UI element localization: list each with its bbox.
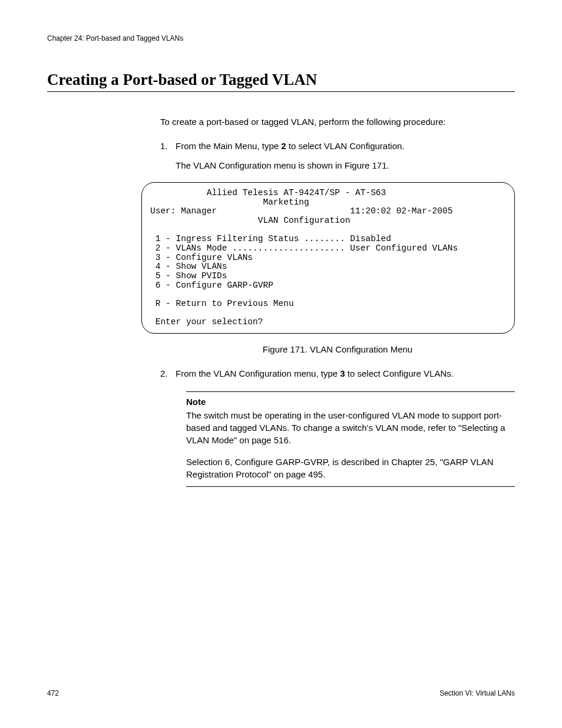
page: Chapter 24: Port-based and Tagged VLANs … [0, 0, 562, 728]
page-number: 472 [47, 689, 59, 697]
step-text-pre: From the VLAN Configuration menu, type [176, 368, 340, 378]
step-body: From the Main Menu, type 2 to select VLA… [176, 140, 515, 152]
step-text-bold: 2 [281, 141, 286, 151]
terminal-output: Allied Telesis AT-9424T/SP - AT-S63 Mark… [150, 189, 506, 327]
step-number: 1. [160, 140, 176, 152]
figure-caption: Figure 171. VLAN Configuration Menu [160, 344, 515, 354]
chapter-header: Chapter 24: Port-based and Tagged VLANs [47, 34, 515, 42]
step-text-post: to select VLAN Configuration. [286, 141, 405, 151]
section-title: Creating a Port-based or Tagged VLAN [47, 71, 515, 92]
step-2: 2. From the VLAN Configuration menu, typ… [160, 367, 515, 380]
step-1: 1. From the Main Menu, type 2 to select … [160, 140, 515, 152]
step-body: From the VLAN Configuration menu, type 3… [176, 367, 515, 380]
note-title: Note [186, 396, 515, 408]
note-paragraph-1: The switch must be operating in the user… [186, 409, 515, 446]
intro-text: To create a port-based or tagged VLAN, p… [160, 117, 515, 127]
note-paragraph-2: Selection 6, Configure GARP-GVRP, is des… [186, 456, 515, 480]
step-1-sub: The VLAN Configuration menu is shown in … [176, 160, 515, 170]
terminal-box: Allied Telesis AT-9424T/SP - AT-S63 Mark… [141, 182, 515, 334]
step-number: 2. [160, 367, 176, 380]
step-text-post: to select Configure VLANs. [345, 368, 454, 378]
content-area: To create a port-based or tagged VLAN, p… [160, 117, 515, 487]
step-text-bold: 3 [340, 368, 345, 378]
section-label: Section VI: Virtual LANs [439, 689, 515, 697]
step-text-pre: From the Main Menu, type [176, 141, 281, 151]
page-footer: 472 Section VI: Virtual LANs [47, 689, 515, 697]
note-block: Note The switch must be operating in the… [186, 391, 515, 487]
